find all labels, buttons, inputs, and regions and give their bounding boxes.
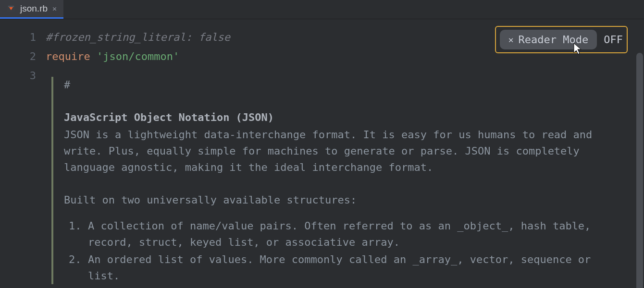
doc-hash-marker: # [64,77,609,93]
ruby-file-icon [7,4,15,13]
line-number: 1 [30,28,36,47]
list-text: A collection of name/value pairs. Often … [88,218,609,251]
line-number: 3 [30,66,36,85]
reader-mode-highlight: ✕ Reader Mode OFF [495,26,628,53]
list-number: 1. [69,218,85,251]
scrollbar-thumb[interactable] [636,53,643,288]
list-number: 2. [69,252,85,284]
reader-mode-state: OFF [604,34,623,46]
list-text: An ordered list of values. More commonly… [88,252,609,284]
documentation-block: # JavaScript Object Notation (JSON) JSON… [51,77,609,284]
doc-title: JavaScript Object Notation (JSON) [64,109,609,126]
reader-mode-button[interactable]: ✕ Reader Mode [500,30,597,49]
list-item: 1. A collection of name/value pairs. Oft… [69,218,609,251]
tab-label: json.rb [20,3,48,14]
comment-token: #frozen_string_literal: false [46,31,230,43]
tab-json-rb[interactable]: json.rb ✕ [0,0,63,19]
line-number: 2 [30,47,36,66]
keyword-token: require [46,50,90,62]
doc-paragraph: JSON is a lightweight data-interchange f… [64,127,609,176]
list-item: 2. An ordered list of values. More commo… [69,252,609,284]
code-area[interactable]: #frozen_string_literal: false require 'j… [46,19,644,288]
close-icon[interactable]: ✕ [508,35,514,45]
reader-mode-label: Reader Mode [519,34,589,46]
string-token: 'json/common' [97,50,179,62]
doc-ordered-list: 1. A collection of name/value pairs. Oft… [64,218,609,284]
svg-rect-1 [8,6,14,7]
close-icon[interactable]: ✕ [52,4,57,13]
line-numbers-gutter: 1 2 3 [0,19,46,288]
tab-bar: json.rb ✕ [0,0,644,19]
doc-subheading: Built on two universally available struc… [64,192,609,208]
editor-main: 1 2 3 #frozen_string_literal: false requ… [0,19,644,288]
scrollbar-track[interactable] [636,42,643,288]
